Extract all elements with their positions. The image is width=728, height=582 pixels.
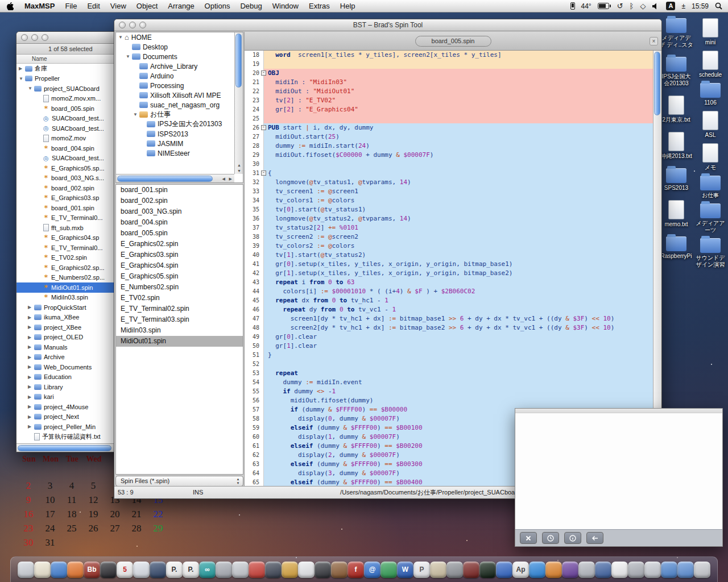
matrix-icon[interactable] [479,558,496,581]
zoom-button[interactable] [42,34,48,41]
file-list-item[interactable]: E_TV_Terminal03.spin [116,314,243,325]
code-line[interactable]: 48 screen2[dy * tv_hc1 + dx] := bitmap_b… [245,323,653,332]
code-line[interactable]: 29 midiOut.fifoset($C00000 + dummy & $00… [245,151,653,160]
plus-minus-indicator[interactable]: ± [681,2,685,10]
menu-object[interactable]: Object [131,2,163,10]
code-line[interactable]: 30 [245,160,653,169]
disclosure-triangle-icon[interactable]: ▶ [28,325,34,330]
menu-help[interactable]: Help [335,2,361,10]
disclosure-triangle-icon[interactable]: ▶ [28,424,34,429]
file-list-item[interactable]: E_Graphics04.spin [116,260,243,271]
tab-board-005-spin[interactable]: board_005.spin [415,36,491,47]
max-icon[interactable]: ∞ [199,558,216,581]
menu-view[interactable]: View [105,2,131,10]
dice-icon[interactable] [249,558,265,581]
menu-extras[interactable]: Extras [304,2,335,10]
code-line[interactable]: 19 [245,60,653,69]
desktop-icon[interactable]: お仕事 [700,176,721,199]
disclosure-triangle-icon[interactable]: ▶ [28,375,34,380]
document-icon[interactable] [611,558,628,581]
propeller-doc2-icon[interactable]: P. [183,558,199,581]
disclosure-triangle-icon[interactable]: ▼ [133,112,139,117]
code-line[interactable]: 51} [245,351,653,360]
tree-row[interactable]: ▼Documents [116,52,234,61]
editor-tab-bar[interactable]: board_005.spin × [244,32,661,51]
code-line[interactable]: 54 dummy := midiIn.event [245,378,653,387]
code-line[interactable]: 34 tv_colors1 := @colors [245,196,653,205]
directory-tree[interactable]: ▼⌂HOMEDesktop▼DocumentsArchive_LibraryAr… [116,32,234,174]
code-line[interactable]: 32 longmove(@tv_status1, @tvparams, 14) [245,178,653,187]
tree-row[interactable]: IPSJ全国大会201303 [116,119,234,129]
gray-app-icon[interactable] [644,558,661,581]
sphere-icon[interactable] [496,558,512,581]
desktop-icon[interactable]: 1106 [700,83,721,106]
file-filter-dropdown[interactable]: Spin Files (*.spin) ▲▼ [115,476,243,487]
desktop-icon[interactable]: メディアアーツ [694,203,727,234]
code-line[interactable]: 45 repeat dx from 0 to tv_hc1 - 1 [245,296,653,305]
disclosure-triangle-icon[interactable]: ▶ [28,344,34,350]
disclosure-triangle-icon[interactable]: ▶ [28,305,34,310]
tree-horizontal-scrollbar[interactable]: ◀ ▶ [116,174,234,182]
spreadsheet-icon[interactable] [380,558,397,581]
at-icon[interactable]: @ [364,558,380,581]
box-icon[interactable] [578,558,595,581]
menu-window[interactable]: Window [267,2,304,10]
cube-icon[interactable] [133,558,150,581]
aperture-icon[interactable]: Ap [512,558,529,581]
calculator-icon[interactable] [298,558,315,581]
code-line[interactable]: 46 repeat dy from 0 to tv_vc1 - 1 [245,305,653,314]
spotlight-icon[interactable] [715,2,722,10]
desktop-icon[interactable]: mini [702,18,718,46]
file-list-item[interactable]: board_002.spin [116,196,243,206]
tree-row[interactable]: Arduino [116,71,234,81]
numbers-icon[interactable]: 5 [117,558,133,581]
file-list-item[interactable]: board_001.spin [116,185,243,196]
desktop-icon[interactable]: SPS2013 [664,168,688,192]
desktop-icon[interactable]: サウンドデザイン演習 [694,238,727,268]
disclosure-triangle-icon[interactable]: ▶ [28,364,34,369]
time-machine-icon[interactable]: ↺ [617,2,623,10]
tree-vertical-scrollbar[interactable]: ▲ ▼ [234,32,243,174]
tree-row[interactable]: ▼⌂HOME [116,32,234,42]
apple-menu[interactable] [0,2,19,10]
zoom-button[interactable] [139,22,146,28]
terminal-icon[interactable] [100,558,117,581]
code-line[interactable]: 47 screen1[dy * tv_hc1 + dx] := bitmap_b… [245,314,653,323]
pages-icon[interactable]: P [413,558,430,581]
scroll-down-arrow-icon[interactable]: ▼ [237,169,241,173]
desktop-icon[interactable]: 沖縄2013.txt [660,132,692,160]
code-line[interactable]: 49 gr[0].clear [245,332,653,342]
code-line[interactable]: 52 [245,360,653,369]
bluetooth-icon[interactable]: ᛒ [630,2,634,10]
disclosure-triangle-icon[interactable]: ▼ [126,54,132,59]
paint-icon[interactable] [282,558,298,581]
desktop-icon[interactable]: memo.txt [664,200,688,228]
disclosure-triangle-icon[interactable]: ▼ [118,35,125,40]
tree-row[interactable]: ISPS2013 [116,129,234,139]
input-source-icon[interactable]: A [666,2,675,10]
disclosure-triangle-icon[interactable]: ▶ [28,335,34,340]
disclosure-triangle-icon[interactable]: ▼ [19,76,25,81]
scrollbar-thumb[interactable] [235,34,242,88]
code-line[interactable]: 37 tv_status2[2] += %0101 [245,223,653,232]
code-line[interactable]: 20-OBJ [245,69,653,78]
code-line[interactable]: 18 word screen1[x_tiles * y_tiles], scre… [245,51,653,60]
minimize-button[interactable] [129,22,136,28]
tree-row[interactable]: suac_net_nagasm_org [116,100,234,110]
back-button[interactable] [586,532,603,544]
menu-file[interactable]: File [60,2,82,10]
menu-bar-clock[interactable]: 15:59 [692,2,709,10]
trash-icon[interactable] [694,558,710,581]
code-line[interactable]: 22 midiOut : "MidiOut01" [245,87,653,96]
tab-close-icon[interactable]: × [650,37,658,45]
code-line[interactable]: 50 gr[1].clear [245,342,653,351]
temperature-indicator[interactable]: 44° [581,2,592,10]
disclosure-triangle-icon[interactable]: ▶ [28,414,34,419]
scrollbar-thumb[interactable] [117,176,213,182]
disclosure-triangle-icon[interactable]: ▶ [28,355,34,360]
code-line[interactable]: 56 midiOut.fifoset(dummy) [245,396,653,405]
code-line[interactable]: 35 tv[0].start(@tv_status1) [245,205,653,214]
file-list-item[interactable]: E_Graphics03.spin [116,250,243,260]
code-line[interactable]: 25 [245,114,653,123]
file-list-item[interactable]: E_TV02.spin [116,293,243,304]
